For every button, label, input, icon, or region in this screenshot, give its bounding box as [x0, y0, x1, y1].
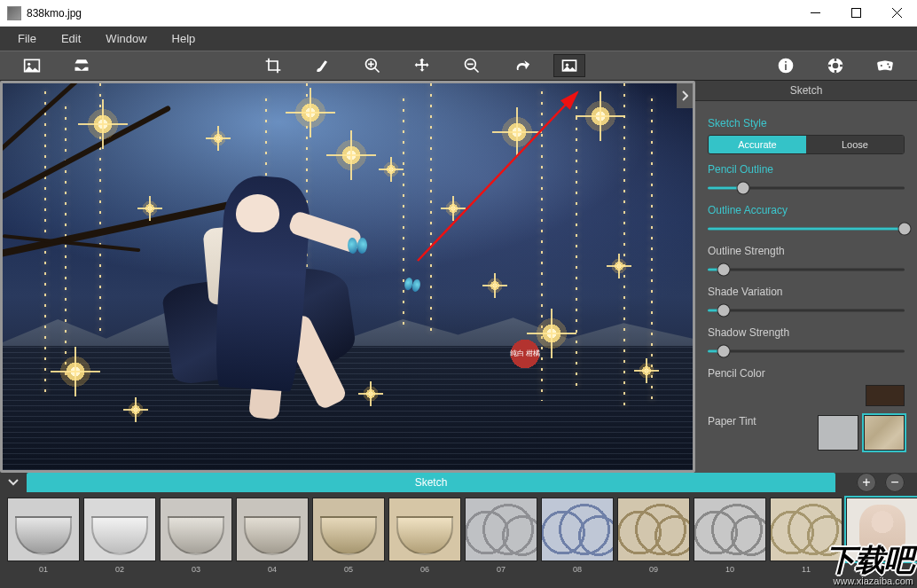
close-button[interactable]: [876, 0, 917, 27]
minimize-button[interactable]: [795, 0, 835, 27]
preset-thumb-number: 02: [115, 565, 124, 574]
preset-thumb[interactable]: 12: [846, 498, 917, 574]
preset-thumb[interactable]: 10: [694, 498, 766, 574]
preset-expand-button[interactable]: [0, 473, 27, 492]
preset-add-button[interactable]: +: [857, 473, 876, 492]
preset-thumb[interactable]: 09: [617, 498, 690, 574]
panel-title: Sketch: [695, 81, 917, 101]
preset-thumb[interactable]: 11: [770, 498, 843, 574]
svg-rect-13: [883, 60, 894, 71]
pencil-color-label: Pencil Color: [708, 367, 905, 380]
zoom-out-button[interactable]: [454, 53, 490, 78]
move-icon: [413, 57, 431, 74]
preset-remove-button[interactable]: −: [885, 473, 905, 492]
chevron-right-icon: [681, 90, 688, 101]
preset-thumb[interactable]: 07: [465, 498, 537, 574]
svg-rect-8: [785, 64, 787, 70]
dice-icon: [876, 57, 894, 74]
pan-button[interactable]: [404, 53, 440, 78]
open-image-button[interactable]: [14, 53, 50, 78]
menu-file[interactable]: File: [5, 28, 49, 49]
redo-button[interactable]: [504, 53, 539, 78]
preset-thumb[interactable]: 01: [7, 498, 80, 574]
pencil-outline-slider[interactable]: [708, 181, 905, 195]
paper-tint-swatch-1[interactable]: [864, 415, 905, 451]
svg-rect-0: [851, 9, 860, 18]
work-area: 纯白 柑橘 Sketch Sketch Style Accurate Loose…: [0, 81, 917, 473]
paper-tint-swatch-0[interactable]: [818, 415, 858, 451]
preset-thumb[interactable]: 05: [312, 498, 385, 574]
preset-thumb-number: 09: [649, 565, 658, 574]
zoom-out-icon: [463, 57, 481, 74]
sketch-style-segment: Accurate Loose: [708, 135, 905, 154]
preset-thumb-number: 05: [344, 565, 353, 574]
svg-point-2: [27, 63, 30, 66]
menu-window[interactable]: Window: [93, 28, 159, 49]
plus-icon: +: [862, 474, 870, 490]
help-lifering-icon: [827, 57, 844, 74]
preset-thumb-number: 03: [192, 565, 200, 574]
outline-accuracy-label: Outline Accuracy: [708, 204, 905, 216]
outline-accuracy-slider[interactable]: [708, 222, 905, 236]
preset-thumb-number: 07: [497, 565, 506, 574]
brush-button[interactable]: [305, 53, 341, 78]
preset-thumb-number: 04: [268, 565, 277, 574]
artist-stamp: 纯白 柑橘: [509, 338, 541, 370]
window-title: 838kmo.jpg: [27, 7, 795, 20]
shadow-strength-slider[interactable]: [708, 344, 905, 358]
preset-thumb-number: 01: [39, 565, 48, 574]
randomize-button[interactable]: [867, 53, 903, 78]
outline-strength-slider[interactable]: [708, 263, 905, 277]
preset-thumb-number: 11: [802, 565, 811, 574]
shadow-strength-label: Shadow Strength: [708, 326, 905, 339]
image-frame-icon: [560, 57, 578, 74]
shade-variation-label: Shade Variation: [708, 286, 905, 298]
outline-strength-label: Outline Strength: [708, 245, 905, 257]
panel-collapse-handle[interactable]: [677, 83, 693, 108]
preset-thumb-number: 06: [420, 565, 429, 574]
style-loose-button[interactable]: Loose: [806, 136, 904, 153]
menu-help[interactable]: Help: [160, 28, 208, 49]
maximize-button[interactable]: [835, 0, 876, 27]
preset-thumb[interactable]: 02: [83, 498, 156, 574]
app-icon: [7, 6, 21, 20]
toolbar: [0, 51, 917, 81]
zoom-in-button[interactable]: [355, 53, 390, 78]
preset-thumb[interactable]: 04: [236, 498, 309, 574]
chevron-down-icon: [8, 479, 19, 486]
pencil-outline-label: Pencil Outline: [708, 163, 905, 176]
save-tray-icon: [73, 57, 90, 74]
annotation-arrow: [409, 83, 604, 278]
save-button[interactable]: [64, 53, 99, 78]
svg-point-14: [881, 65, 882, 67]
canvas[interactable]: 纯白 柑橘: [0, 81, 695, 473]
open-image-icon: [23, 57, 41, 74]
svg-rect-9: [785, 61, 787, 63]
preset-thumb[interactable]: 06: [388, 498, 461, 574]
style-accurate-button[interactable]: Accurate: [709, 136, 806, 153]
window-titlebar: 838kmo.jpg: [0, 0, 917, 27]
preset-tab-label[interactable]: Sketch: [27, 473, 835, 492]
redo-arrow-icon: [513, 57, 530, 74]
svg-point-11: [833, 63, 839, 69]
compare-button[interactable]: [553, 54, 585, 77]
crop-icon: [264, 57, 282, 74]
svg-point-15: [887, 63, 889, 65]
preset-thumb[interactable]: 08: [541, 498, 614, 574]
support-button[interactable]: [818, 53, 853, 78]
shade-variation-slider[interactable]: [708, 303, 905, 318]
crop-button[interactable]: [255, 53, 291, 78]
pencil-color-swatch[interactable]: [866, 385, 905, 406]
svg-point-6: [566, 64, 568, 67]
sketch-style-label: Sketch Style: [708, 117, 905, 129]
info-button[interactable]: [768, 53, 803, 78]
menu-edit[interactable]: Edit: [49, 28, 93, 49]
svg-point-16: [889, 67, 890, 68]
info-icon: [777, 57, 795, 74]
brush-icon: [314, 57, 332, 74]
preset-strip: Sketch + − 010203040506070809101112: [0, 473, 917, 588]
minus-icon: −: [890, 474, 898, 490]
preset-thumb[interactable]: 03: [160, 498, 232, 574]
preset-thumb-number: 10: [725, 565, 734, 574]
preset-thumb-number: 12: [878, 565, 887, 574]
